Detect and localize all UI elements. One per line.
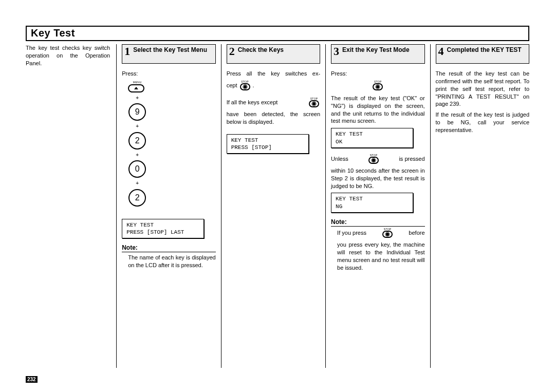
page-number: 232 [26,376,38,383]
step3-para2: within 10 seconds after the screen in St… [331,167,424,190]
step3-press-label: Press: [331,70,424,78]
stop-key-icon: STOP [382,228,393,238]
step3-column: 3 Exit the Key Test Mode Press: STOP The… [326,44,430,368]
stop-button-icon [309,100,319,107]
section-title-box: Key Test [26,26,529,41]
step4-header: 4 Completed the KEY TEST [436,44,529,64]
step3-note-post: before [409,229,424,237]
step3-unless-post: is pressed [399,155,424,163]
step2-number: 2 [229,46,235,57]
step1-lcd: KEY TEST PRESS [STOP] LAST [122,219,204,239]
section-title: Key Test [31,27,524,39]
triangle-up-icon [134,87,138,89]
lcd-line: NG [336,203,342,210]
step3-lcd-ng: KEY TEST NG [331,193,413,213]
step3-para1: The result of the key test ("OK" or "NG"… [331,95,424,125]
step1-note-body: The name of each key is displayed on the… [122,254,215,269]
intro-column: The key test checks key switch operation… [26,44,116,368]
lcd-line: PRESS [STOP] [231,144,272,151]
step3-note-body: you press every key, the machine will re… [337,241,424,271]
lcd-line: PRESS [STOP] LAST [126,229,184,235]
menu-key-icon: MENU [128,81,146,92]
step4-para1: The result of the key test can be confir… [436,70,529,108]
keypad-2-icon: 2 [128,132,146,150]
step3-note: If you press STOP before you press every… [331,228,424,271]
menu-key-label: MENU [128,81,146,84]
step3-title: Exit the Key Test Mode [342,46,409,53]
stop-button-icon [382,231,393,238]
step2-title: Check the Keys [238,46,284,53]
step3-lcd-ok: KEY TEST OK [331,128,413,148]
menu-button-icon [128,84,144,92]
stop-key-icon: STOP [373,81,383,90]
step1-key-sequence: MENU + 9 + 2 + 0 + 2 [122,81,153,207]
lcd-line: KEY TEST [126,222,154,228]
step2-header: 2 Check the Keys [227,44,320,64]
plus-icon: + [136,152,139,159]
step1-column: 1 Select the Key Test Menu Press: MENU +… [117,44,220,368]
manual-page: Key Test The key test checks key switch … [0,0,555,392]
lcd-line: OK [336,139,342,145]
stop-key-icon: STOP [240,81,250,90]
step3-number: 3 [334,46,339,57]
step1-press-label: Press: [122,70,215,78]
step1-number: 1 [124,46,130,57]
lcd-line: KEY TEST [336,131,363,137]
stop-button-icon [373,83,383,90]
step2-lcd: KEY TEST PRESS [STOP] [227,134,309,154]
step3-header: 3 Exit the Key Test Mode [331,44,424,64]
intro-text: The key test checks key switch operation… [26,44,110,67]
step3-unless-pre: Unless [331,155,348,163]
step3-note-head: Note: [331,218,424,227]
stop-button-icon [240,83,250,90]
step2-dot: . [253,82,254,89]
step1-header: 1 Select the Key Test Menu [122,44,215,64]
stop-key-icon: STOP [309,98,319,107]
plus-icon: + [136,95,139,102]
lcd-line: KEY TEST [336,196,363,202]
plus-icon: + [136,180,139,187]
stop-key-icon: STOP [368,154,379,164]
step4-column: 4 Completed the KEY TEST The result of t… [431,44,529,368]
step2-cept: cept [227,82,237,89]
step4-title: Completed the KEY TEST [447,46,522,53]
step1-title: Select the Key Test Menu [133,46,207,53]
keypad-2-icon: 2 [128,189,146,207]
keypad-9-icon: 9 [128,103,146,121]
step2-line-a: Press all the key switches ex- [227,70,320,78]
plus-icon: + [136,123,139,130]
stop-button-icon [368,157,379,164]
step4-number: 4 [438,46,444,57]
step2-column: 2 Check the Keys Press all the key switc… [221,44,325,368]
content-columns: The key test checks key switch operation… [26,44,529,368]
step4-para2: If the result of the key test is judged … [436,111,529,134]
step2-line-c: have been detected, the screen below is … [227,110,320,126]
keypad-0-icon: 0 [128,160,146,178]
step1-note-head: Note: [122,244,215,252]
step3-note-pre: If you press [337,229,366,237]
lcd-line: KEY TEST [231,137,258,143]
step2-lineb-pre: If all the keys except [227,99,278,106]
